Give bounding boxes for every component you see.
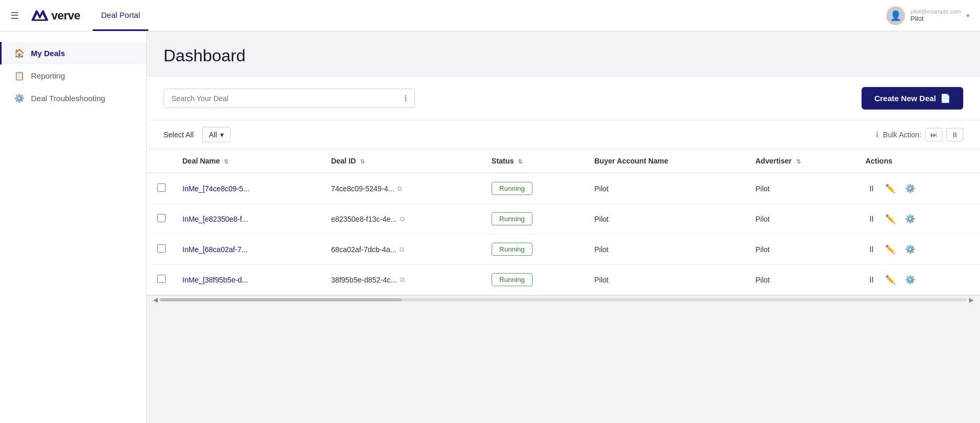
user-email: pilot@example.com [910, 8, 961, 15]
row-deal-id-3: 38f95b5e-d852-4c... ⧉ [323, 265, 483, 295]
col-header-buyer-account: Buyer Account Name [586, 149, 747, 173]
settings-action-btn-1[interactable]: ⚙️ [903, 213, 918, 225]
filter-dropdown-value: All [209, 131, 217, 139]
copy-id-icon-0[interactable]: ⧉ [397, 185, 402, 193]
row-buyer-account-3: Pilot [586, 265, 747, 295]
nav-tab-deal-portal[interactable]: Deal Portal [93, 0, 148, 31]
row-checkbox-0[interactable] [157, 183, 166, 192]
settings-action-btn-2[interactable]: ⚙️ [903, 243, 918, 255]
sidebar-item-reporting[interactable]: 📋 Reporting [0, 64, 146, 87]
row-deal-name-2: InMe_[68ca02af-7... [174, 234, 323, 265]
sidebar: 🏠 My Deals 📋 Reporting ⚙️ Deal Troublesh… [0, 31, 147, 423]
deals-table: Deal Name ⇅ Deal ID ⇅ Status ⇅ Buyer A [147, 149, 980, 295]
nav-right: 👤 pilot@example.com Pilot ▾ [886, 6, 970, 25]
edit-action-btn-3[interactable]: ✏️ [883, 274, 898, 286]
create-btn-label: Create New Deal [874, 94, 936, 103]
row-buyer-account-0: Pilot [586, 173, 747, 204]
sidebar-item-my-deals[interactable]: 🏠 My Deals [0, 42, 146, 64]
row-checkbox-3[interactable] [157, 275, 166, 283]
table-header: Deal Name ⇅ Deal ID ⇅ Status ⇅ Buyer A [147, 149, 980, 173]
row-checkbox-cell [147, 265, 174, 295]
col-header-deal-id: Deal ID ⇅ [323, 149, 483, 173]
copy-id-icon-2[interactable]: ⧉ [399, 245, 404, 254]
user-name: Pilot [910, 15, 961, 23]
row-advertiser-1: Pilot [747, 204, 857, 234]
col-header-status: Status ⇅ [483, 149, 586, 173]
header-checkbox-cell [147, 149, 174, 173]
bulk-action-pause-button[interactable]: ⏭ [925, 128, 942, 142]
info-icon: ℹ [404, 93, 407, 103]
row-deal-id-1: e82350e8-f13c-4e... ⧉ [323, 204, 483, 234]
sort-icon-deal-id[interactable]: ⇅ [360, 158, 365, 165]
pause-action-btn-2[interactable]: ⏸ [865, 244, 878, 255]
bulk-action-label: Bulk Action: [883, 131, 921, 139]
row-buyer-account-2: Pilot [586, 234, 747, 265]
user-dropdown-chevron[interactable]: ▾ [966, 12, 970, 19]
status-badge-2: Running [492, 243, 532, 256]
row-status-0: Running [483, 173, 586, 204]
row-checkbox-cell [147, 173, 174, 204]
filter-dropdown[interactable]: All ▾ [202, 127, 231, 143]
deals-table-container: Deal Name ⇅ Deal ID ⇅ Status ⇅ Buyer A [147, 149, 980, 295]
row-checkbox-cell [147, 204, 174, 234]
app-body: 🏠 My Deals 📋 Reporting ⚙️ Deal Troublesh… [0, 31, 980, 423]
row-deal-name-3: InMe_[38f95b5e-d... [174, 265, 323, 295]
scroll-track[interactable] [160, 298, 967, 301]
edit-action-btn-2[interactable]: ✏️ [883, 243, 898, 255]
row-checkbox-2[interactable] [157, 244, 166, 253]
avatar-icon: 👤 [890, 10, 901, 21]
row-status-3: Running [483, 265, 586, 295]
row-actions-0: ⏸ ✏️ ⚙️ [857, 173, 980, 204]
table-row: InMe_[74ce8c09-5... 74ce8c09-5249-4... ⧉… [147, 173, 980, 204]
pause-action-btn-3[interactable]: ⏸ [865, 274, 878, 286]
col-header-advertiser: Advertiser ⇅ [747, 149, 857, 173]
sidebar-item-troubleshooting-label: Deal Troubleshooting [31, 94, 105, 103]
scroll-left-arrow[interactable]: ◀ [151, 296, 160, 303]
row-advertiser-3: Pilot [747, 265, 857, 295]
row-checkbox-cell [147, 234, 174, 265]
row-status-2: Running [483, 234, 586, 265]
edit-action-btn-1[interactable]: ✏️ [883, 213, 898, 225]
select-all-label[interactable]: Select All [164, 131, 194, 139]
pause-action-btn-0[interactable]: ⏸ [865, 183, 878, 194]
row-deal-name-0: InMe_[74ce8c09-5... [174, 173, 323, 204]
logo-icon [31, 8, 48, 23]
hamburger-icon[interactable]: ☰ [10, 10, 19, 21]
row-deal-name-1: InMe_[e82350e8-f... [174, 204, 323, 234]
row-checkbox-1[interactable] [157, 214, 166, 222]
sidebar-item-deal-troubleshooting[interactable]: ⚙️ Deal Troubleshooting [0, 87, 146, 110]
scroll-thumb [160, 298, 402, 301]
search-input[interactable] [171, 94, 400, 103]
row-actions-3: ⏸ ✏️ ⚙️ [857, 265, 980, 295]
edit-action-btn-0[interactable]: ✏️ [883, 182, 898, 194]
home-icon: 🏠 [14, 48, 25, 58]
copy-id-icon-1[interactable]: ⧉ [400, 215, 405, 223]
create-new-deal-button[interactable]: Create New Deal 📄 [862, 87, 963, 110]
sort-icon-deal-name[interactable]: ⇅ [224, 158, 228, 165]
status-badge-0: Running [492, 182, 532, 195]
sort-icon-advertiser[interactable]: ⇅ [796, 158, 801, 165]
bulk-action-stop-button[interactable]: ⏸ [946, 128, 963, 142]
sidebar-item-reporting-label: Reporting [31, 71, 65, 80]
table-row: InMe_[38f95b5e-d... 38f95b5e-d852-4c... … [147, 265, 980, 295]
sort-icon-status[interactable]: ⇅ [518, 158, 522, 165]
toolbar: ℹ Create New Deal 📄 [147, 76, 980, 121]
logo: verve [31, 8, 80, 23]
settings-action-btn-3[interactable]: ⚙️ [903, 274, 918, 286]
avatar: 👤 [886, 6, 905, 25]
filter-right: ℹ Bulk Action: ⏭ ⏸ [876, 128, 963, 142]
pause-action-btn-1[interactable]: ⏸ [865, 213, 878, 225]
table-body: InMe_[74ce8c09-5... 74ce8c09-5249-4... ⧉… [147, 173, 980, 295]
filter-left: Select All All ▾ [164, 127, 231, 143]
row-buyer-account-1: Pilot [586, 204, 747, 234]
status-badge-3: Running [492, 273, 532, 286]
row-actions-2: ⏸ ✏️ ⚙️ [857, 234, 980, 265]
copy-id-icon-3[interactable]: ⧉ [400, 276, 405, 284]
page-title: Dashboard [164, 46, 963, 66]
row-deal-id-2: 68ca02af-7dcb-4a... ⧉ [323, 234, 483, 265]
horizontal-scrollbar[interactable]: ◀ ▶ [147, 295, 980, 303]
search-box: ℹ [164, 89, 415, 108]
settings-action-btn-0[interactable]: ⚙️ [903, 182, 918, 194]
scroll-right-arrow[interactable]: ▶ [967, 296, 976, 303]
row-status-1: Running [483, 204, 586, 234]
